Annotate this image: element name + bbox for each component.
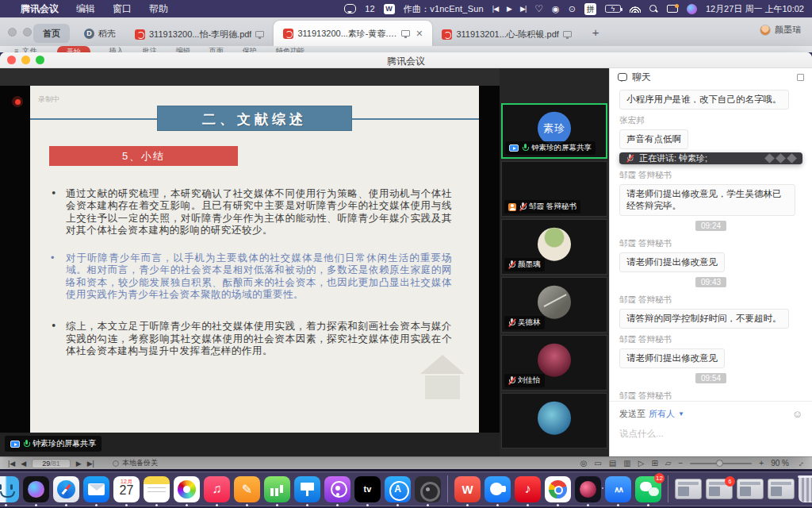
dock-mail-icon[interactable] [83,476,109,502]
chat-input[interactable]: 说点什么... [619,428,802,440]
eye-protect-icon[interactable]: ◎ [580,459,588,468]
single-page-view-icon[interactable]: ▭ [594,459,601,468]
dock-window-thumb-2-icon[interactable]: 6 [706,479,733,499]
participant-tile-partial[interactable] [501,393,607,448]
toolbar-tab-编辑[interactable]: 编辑 [176,46,190,52]
local-backup-status[interactable]: 本地备份关 [113,458,158,468]
chat-message-bubble[interactable]: 声音有点低啊 [619,129,688,149]
zoom-slider[interactable] [690,463,752,464]
tab-311913200...素珍-黄蓉.pdf[interactable]: 311913200...素珍-黄蓉.pdf✕ [274,21,432,46]
continuous-view-icon[interactable]: ▤ [609,459,616,468]
dock-pages-icon[interactable]: ✎ [234,476,260,502]
account-widget[interactable]: 颜墨瑞 [760,24,801,36]
dock-window-thumb-4-icon[interactable] [768,479,795,499]
play-circle-icon[interactable]: ⊙ [569,4,576,14]
zoom-slider-knob[interactable] [716,460,723,467]
dock-globe-app-icon[interactable] [575,476,601,502]
last-page-button[interactable]: ▶| [87,460,94,468]
chat-timestamp: 09:24 [695,221,726,231]
dock-wps-office-icon[interactable]: W [454,476,481,502]
spotlight-search-icon[interactable] [649,5,658,13]
menu-帮助[interactable]: 帮助 [149,2,168,16]
tab-311913201...心-陈积银.pdf[interactable]: 311913201...心-陈积银.pdf [432,22,580,46]
chat-popout-icon[interactable] [797,74,804,81]
toolbar-tab-批注[interactable]: 批注 [143,46,157,52]
tab-首页[interactable]: 首页 [33,24,70,43]
tab-稻壳[interactable]: D稻壳 [75,24,125,43]
dock-camera-lens-icon[interactable] [415,476,441,502]
dock-window-thumb-3-icon[interactable] [737,479,764,499]
dock-finder-icon[interactable] [0,476,19,502]
participant-tile-邹霞 答辩秘书[interactable]: 邹霞 答辩秘书 [501,161,607,217]
dock-window-thumb-1-icon[interactable] [675,479,702,499]
record-icon[interactable]: ◉ [552,4,560,14]
wps-menubar-icon[interactable]: W [384,4,395,14]
menu-编辑[interactable]: 编辑 [76,2,95,16]
tab-close-icon[interactable]: ✕ [416,29,423,39]
toolbar-hamburger-icon[interactable]: ≡ 文件 [14,46,38,52]
fit-page-icon[interactable]: ▱ [665,459,672,468]
play-icon[interactable]: ▶ [507,5,511,13]
dock-safari-icon[interactable] [53,476,79,502]
menu-腾讯会议[interactable]: 腾讯会议 [21,2,59,16]
toolbar-tab-插入[interactable]: 插入 [109,46,124,52]
menu-bar-clock[interactable]: 12月27日 周一 上午10:02 [706,3,804,15]
dock-blue-waves-app-icon[interactable]: ∧∧ [605,476,631,502]
chat-message-list[interactable]: 小程序用户是谁，改下自己的名字哦。张宏邦声音有点低啊正在讲话: 钟素珍;邹霞 答… [610,86,812,401]
dock-photos-icon[interactable] [174,476,200,502]
send-to-value[interactable]: 所有人 [649,408,675,420]
menu-窗口[interactable]: 窗口 [113,2,132,16]
chat-message-bubble[interactable]: 请答辩的同学控制好时间，不要超时。 [619,309,789,329]
emoji-icon[interactable]: ☺ [792,408,802,420]
dock-numbers-icon[interactable] [264,476,290,502]
chat-message-bubble[interactable]: 请老师们提出修改意见 [619,348,725,368]
participant-tile-颜墨璃[interactable]: 颜墨璃 [501,219,607,275]
two-page-view-icon[interactable]: ▥ [623,459,630,468]
dock-apple-tv-icon[interactable]: tv [354,476,381,502]
zoom-out-button[interactable]: − [679,459,684,468]
toolbar-tab-开始[interactable]: 开始 [57,46,90,52]
dock-calendar-icon[interactable]: 12月27 [113,476,140,502]
next-page-button[interactable]: ▶ [76,460,82,468]
dock-wechat-icon[interactable]: 12 [635,476,661,502]
toolbar-tab-页面[interactable]: 页面 [209,46,224,52]
dock-podcasts-icon[interactable] [324,476,350,502]
dock-app-store-icon[interactable]: A [385,476,411,502]
dock-tencent-meeting-icon[interactable] [485,476,511,502]
chat-message-bubble[interactable]: 请老师们提出修改意见 [619,252,725,272]
input-method-icon[interactable]: 拼 [584,3,596,15]
tab-311913200...怡-李明德.pdf[interactable]: 311913200...怡-李明德.pdf [125,22,274,46]
dock-music-icon[interactable]: ♫ [204,476,230,502]
slide-bullet-3: 综上，本文立足于听障青少年的社交媒体使用实践，着力探索和刻画社会资本与媒介实践的… [49,320,452,356]
next-track-icon[interactable]: ▶| [520,5,526,13]
participant-tile-钟素珍的屏幕共享[interactable]: 素珍钟素珍的屏幕共享 [501,103,607,159]
toolbar-tab-特色功能[interactable]: 特色功能 [276,46,304,52]
page-number-box[interactable]: 29/81 [32,459,71,468]
send-to-caret-icon[interactable]: ▼ [678,410,684,418]
toolbar-tab-保护[interactable]: 保护 [243,46,257,52]
chat-message-bubble[interactable]: 请老师们提出修改意见，学生吴德林已经答辩完毕。 [619,184,795,216]
participant-tile-刘佳怡[interactable]: 刘佳怡 [501,335,607,391]
dock-chrome-icon[interactable] [545,476,571,502]
dock-netease-music-icon[interactable]: ♪ [515,476,541,502]
siri-icon[interactable] [687,4,697,14]
dock-keynote-icon[interactable] [294,476,320,502]
new-tab-button[interactable]: + [592,25,599,39]
fit-width-icon[interactable]: ⊞ [651,459,657,468]
first-page-button[interactable]: |◀ [8,460,15,468]
autoplay-icon[interactable]: ▷ [638,459,645,468]
dock-trash-icon[interactable] [799,476,812,502]
zoom-in-button[interactable]: + [759,459,764,468]
battery-icon[interactable] [605,5,621,13]
wifi-icon[interactable] [630,5,641,13]
display-menubar-icon[interactable] [667,5,678,13]
chat-message-bubble[interactable]: 小程序用户是谁，改下自己的名字哦。 [619,90,789,110]
fullscreen-icon[interactable]: ↔ [795,457,806,469]
previous-track-icon[interactable]: |◀ [492,5,498,13]
prev-page-button[interactable]: ◀ [21,460,26,468]
favorite-heart-icon[interactable]: ♡ [534,3,543,14]
wechat-menubar-icon[interactable] [344,4,356,13]
participant-tile-吴德林[interactable]: 吴德林 [501,277,607,333]
dock-notes-icon[interactable] [144,476,170,502]
dock-siri-icon[interactable] [23,476,49,502]
